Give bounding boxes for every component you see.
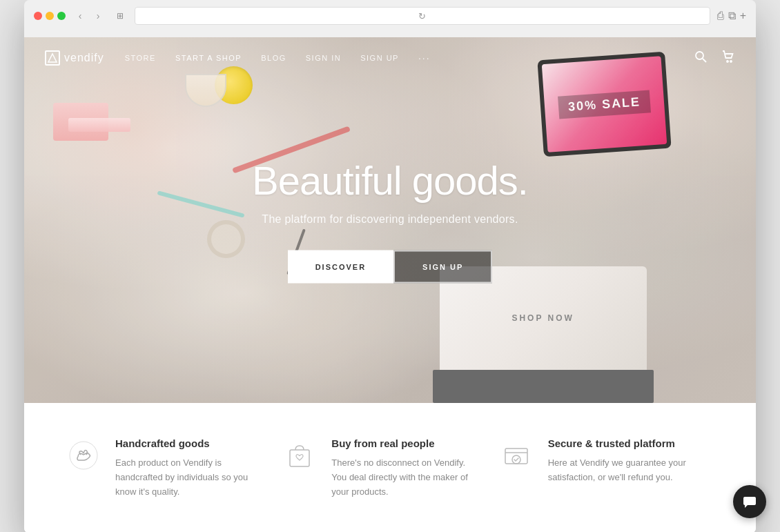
close-dot[interactable] [34, 12, 42, 20]
handcrafted-icon [66, 437, 101, 473]
refresh-icon: ↻ [418, 11, 426, 21]
tablet-text: 30% SALE [558, 89, 651, 118]
nav-blog[interactable]: BLOG [261, 54, 286, 62]
feature-trusted-desc: Here at Vendify we guarantee your satisf… [548, 456, 687, 485]
tabs-button[interactable]: ⧉ [728, 10, 736, 22]
browser-actions: ⎙ ⧉ + [717, 10, 746, 22]
svg-point-3 [730, 61, 732, 62]
logo-link[interactable]: vendify [45, 50, 104, 66]
nav-signup[interactable]: SIGN UP [360, 54, 399, 62]
svg-rect-5 [290, 450, 309, 466]
hero-title: Beautiful goods. [24, 157, 756, 204]
maximize-dot[interactable] [57, 12, 66, 20]
nav-more-dots[interactable]: ··· [418, 52, 431, 63]
handshake-icon [68, 440, 99, 471]
share-button[interactable]: ⎙ [717, 10, 724, 22]
svg-point-2 [727, 61, 728, 62]
search-icon [694, 50, 708, 63]
chat-icon [742, 494, 757, 509]
real-people-icon [282, 437, 318, 473]
feature-handcrafted: Handcrafted goods Each product on Vendif… [66, 437, 282, 499]
minimize-dot[interactable] [46, 12, 54, 20]
logo-svg [47, 52, 58, 63]
signup-button[interactable]: SIGN UP [393, 250, 492, 284]
nav-signin[interactable]: SIGN IN [306, 54, 341, 62]
trusted-icon [498, 437, 534, 473]
logo-icon [45, 50, 60, 66]
cup-decoration [185, 74, 226, 107]
forward-button[interactable]: › [90, 8, 106, 23]
feature-trusted-text: Secure & trusted platform Here at Vendif… [548, 437, 687, 485]
svg-point-4 [70, 442, 97, 469]
search-button[interactable] [694, 50, 708, 67]
feature-real-people-title: Buy from real people [331, 437, 470, 449]
features-section: Handcrafted goods Each product on Vendif… [24, 403, 756, 532]
cake-base [68, 118, 130, 132]
feature-real-people-desc: There's no disconnect on Vendify. You de… [331, 456, 470, 499]
svg-point-0 [696, 52, 703, 59]
browser-window: ‹ › ⊞ ↻ ⎙ ⧉ + [24, 0, 756, 532]
feature-trusted-title: Secure & trusted platform [548, 437, 687, 449]
browser-toolbar: ‹ › ⊞ ↻ ⎙ ⧉ + [34, 7, 746, 25]
chat-button[interactable] [733, 485, 766, 518]
bag-heart-icon [284, 440, 315, 471]
discover-button[interactable]: DISCOVER [288, 250, 393, 284]
hero-buttons: DISCOVER SIGN UP [24, 250, 756, 284]
browser-chrome: ‹ › ⊞ ↻ ⎙ ⧉ + [24, 0, 756, 37]
feature-handcrafted-text: Handcrafted goods Each product on Vendif… [115, 437, 254, 499]
logo-text: vendify [64, 52, 104, 64]
address-bar[interactable]: ↻ [135, 7, 710, 25]
nav-icons [694, 50, 735, 67]
hero-section: 30% SALE SHOP NOW [24, 37, 756, 403]
feature-real-people: Buy from real people There's no disconne… [282, 437, 498, 499]
nav-links: STORE START A SHOP BLOG SIGN IN SIGN UP … [125, 52, 694, 63]
laptop-screen-text: SHOP NOW [511, 313, 574, 323]
shield-check-icon [501, 440, 532, 471]
browser-nav: ‹ › [72, 8, 106, 23]
cart-button[interactable] [721, 50, 735, 67]
site-content: 30% SALE SHOP NOW [24, 37, 756, 532]
window-icon-button[interactable]: ⊞ [113, 8, 128, 23]
svg-rect-6 [505, 449, 527, 464]
browser-tab-bar [34, 30, 746, 37]
new-tab-button[interactable]: + [740, 10, 746, 22]
hero-content: Beautiful goods. The platform for discov… [24, 157, 756, 284]
feature-real-people-text: Buy from real people There's no disconne… [331, 437, 470, 499]
back-button[interactable]: ‹ [72, 8, 88, 23]
svg-line-1 [703, 59, 706, 62]
feature-handcrafted-desc: Each product on Vendify is handcrafted b… [115, 456, 254, 499]
browser-dots [34, 12, 66, 20]
navbar: vendify STORE START A SHOP BLOG SIGN IN … [24, 37, 756, 79]
hero-subtitle: The platform for discovering independent… [24, 213, 756, 226]
nav-store[interactable]: STORE [125, 54, 156, 62]
cart-icon [721, 50, 735, 63]
nav-start-shop[interactable]: START A SHOP [175, 54, 242, 62]
laptop-base [433, 370, 654, 403]
feature-handcrafted-title: Handcrafted goods [115, 437, 254, 449]
feature-trusted: Secure & trusted platform Here at Vendif… [498, 437, 714, 499]
